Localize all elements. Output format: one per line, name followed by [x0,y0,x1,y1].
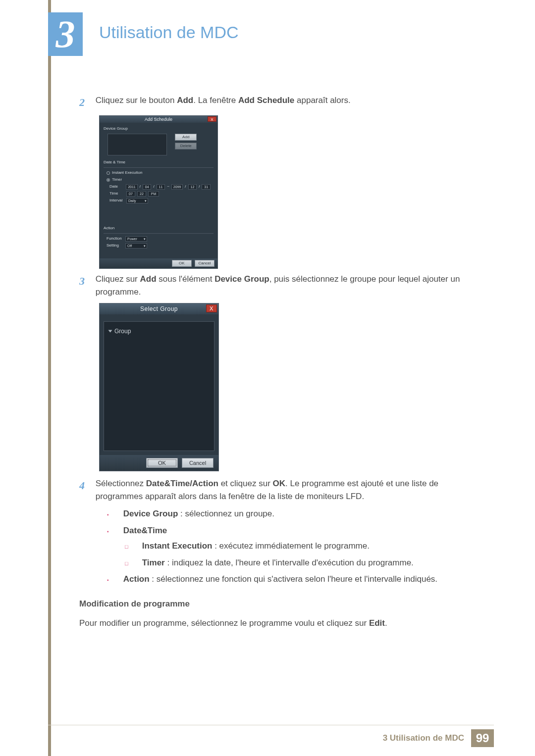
step-2-number: 2 [79,94,93,110]
date-from-day[interactable]: 11 [157,184,165,190]
date-row: Date 2011/ 04/ 11 ~ 2099/ 12/ 31 [109,184,211,190]
step-2: 2 Cliquez sur le bouton Add. La fenêtre … [79,94,476,110]
step-4-number: 4 [79,477,93,494]
date-from-year[interactable]: 2011 [126,184,137,190]
date-time-sublist: Instant Execution : exécutez immédiateme… [125,540,476,569]
date-to-day[interactable]: 31 [202,184,211,190]
device-group-list[interactable] [107,134,167,155]
select-group-dialog: Select Group X Group OK Cancel [99,303,219,471]
select-group-title: Select Group [140,305,178,312]
sub-bullet-timer: Timer : indiquez la date, l'heure et l'i… [125,556,476,569]
add-schedule-cancel-button[interactable]: Cancel [195,260,214,267]
setting-row: Setting Off [107,243,211,249]
time-row: Time 07 22 PM [109,191,211,197]
radio-icon [107,171,110,175]
sidebar-rule [48,0,51,756]
chapter-number-badge: 3 [48,12,83,56]
select-group-titlebar: Select Group X [100,303,218,314]
add-schedule-bottom-bar: OK Cancel [100,258,217,268]
close-icon[interactable]: X [208,116,216,122]
device-group-label: Device Group [104,126,214,132]
page-content: 2 Cliquez sur le bouton Add. La fenêtre … [79,94,476,630]
interval-select[interactable]: Daily [126,198,148,203]
step-4-bullets: Device Group : sélectionnez un groupe. D… [107,507,476,586]
timer-radio[interactable]: Timer [107,177,211,183]
instant-execution-radio[interactable]: Instant Execution [107,170,211,176]
footer-page-number: 99 [471,729,494,747]
close-icon[interactable]: X [206,304,217,312]
step-4-text: Sélectionnez Date&Time/Action et cliquez… [96,477,472,503]
radio-icon [107,178,110,182]
footer-chapter-text: 3 Utilisation de MDC [383,732,464,745]
function-select[interactable]: Power [125,236,147,242]
date-from-month[interactable]: 04 [143,184,152,190]
select-group-ok-button[interactable]: OK [146,458,178,468]
select-group-body: Group [104,321,214,451]
time-hour[interactable]: 07 [126,191,135,197]
page-footer: 3 Utilisation de MDC 99 [48,725,494,747]
group-tree-root[interactable]: Group [109,327,209,336]
add-schedule-ok-button[interactable]: OK [172,260,192,267]
select-group-bottom-bar: OK Cancel [100,455,218,471]
add-schedule-titlebar: Add Schedule X [100,116,217,123]
datetime-fieldset: Instant Execution Timer Date 2011/ 04/ 1… [104,167,214,203]
triangle-icon [108,330,112,333]
datetime-label: Date & Time [104,159,214,165]
setting-select[interactable]: Off [125,243,147,249]
time-ampm[interactable]: PM [148,191,159,197]
bullet-action: Action : sélectionnez une fonction qui s… [107,573,476,586]
group-tree-root-label: Group [114,327,131,336]
modification-text: Pour modifier un programme, sélectionnez… [79,617,476,630]
bullet-date-time: Date&Time Instant Execution : exécutez i… [107,524,476,569]
modification-heading: Modification de programme [79,598,476,610]
step-4: 4 Sélectionnez Date&Time/Action et cliqu… [79,477,476,503]
action-fieldset: Function Power Setting Off [104,233,214,249]
function-row: Function Power [107,236,211,242]
step-3-text: Cliquez sur Add sous l'élément Device Gr… [96,273,472,298]
device-group-add-button[interactable]: Add [175,134,197,141]
add-schedule-dialog: Add Schedule X Device Group Add Delete D… [99,115,218,269]
action-label: Action [104,225,214,231]
device-group-delete-button[interactable]: Delete [175,143,197,150]
bullet-device-group: Device Group : sélectionnez un groupe. [107,507,476,520]
sub-bullet-instant: Instant Execution : exécutez immédiateme… [125,540,476,553]
time-min[interactable]: 22 [137,191,146,197]
step-2-text: Cliquez sur le bouton Add. La fenêtre Ad… [96,94,472,107]
step-3: 3 Cliquez sur Add sous l'élément Device … [79,273,476,298]
chapter-title: Utilisation de MDC [99,20,239,45]
step-3-number: 3 [79,273,93,289]
date-to-month[interactable]: 12 [188,184,197,190]
add-schedule-title: Add Schedule [145,117,172,122]
select-group-cancel-button[interactable]: Cancel [182,458,214,468]
interval-row: Interval Daily [109,198,211,203]
date-to-year[interactable]: 2099 [171,184,183,190]
